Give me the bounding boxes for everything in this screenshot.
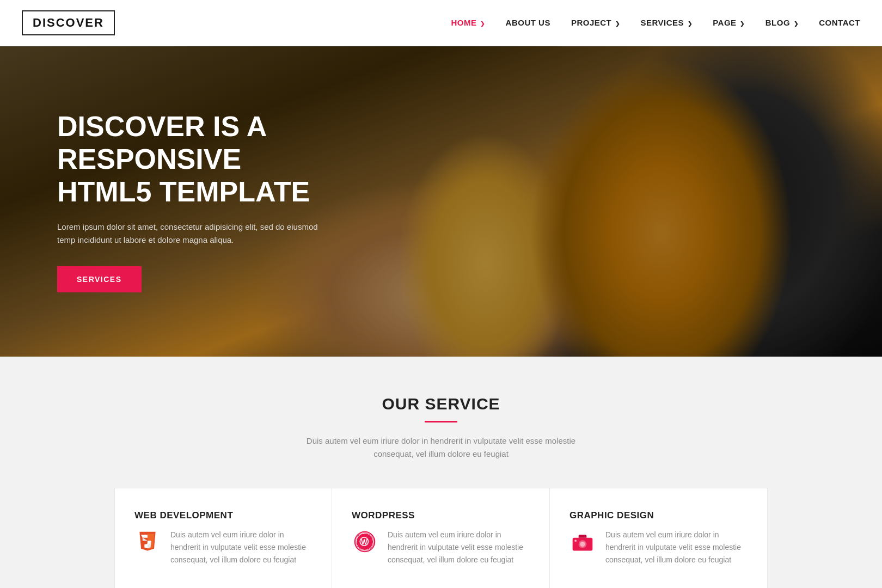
svg-text:Ⓦ: Ⓦ xyxy=(359,537,369,547)
camera-icon xyxy=(569,529,596,555)
nav-item-blog[interactable]: BLOG ❯ xyxy=(765,18,799,28)
nav-link-home[interactable]: HOME ❯ xyxy=(451,18,485,27)
navbar: DISCOVER HOME ❯ ABOUT US PROJECT ❯ SERVI… xyxy=(0,0,882,46)
services-subtitle: Duis autem vel eum iriure dolor in hendr… xyxy=(305,434,577,461)
wordpress-icon: W Ⓦ xyxy=(352,529,378,555)
nav-link-services[interactable]: SERVICES ❯ xyxy=(640,18,692,27)
service-icon-col-graphic xyxy=(569,529,596,559)
html5-icon xyxy=(134,529,161,555)
services-section: OUR SERVICE Duis autem vel eum iriure do… xyxy=(0,357,882,588)
nav-item-services[interactable]: SERVICES ❯ xyxy=(640,18,692,28)
arrow-icon: ❯ xyxy=(794,21,799,27)
hero-section: DISCOVER IS A RESPONSIVE HTML5 TEMPLATE … xyxy=(0,46,882,357)
arrow-icon: ❯ xyxy=(480,21,485,27)
services-underline xyxy=(425,421,457,422)
nav-item-contact[interactable]: CONTACT xyxy=(819,18,860,28)
service-icon-col-web xyxy=(134,529,161,559)
nav-menu: HOME ❯ ABOUT US PROJECT ❯ SERVICES ❯ PAG… xyxy=(451,18,860,28)
hero-title: DISCOVER IS A RESPONSIVE HTML5 TEMPLATE xyxy=(57,111,338,208)
svg-point-15 xyxy=(580,542,585,547)
arrow-icon: ❯ xyxy=(615,21,620,27)
services-title: OUR SERVICE xyxy=(22,395,860,413)
service-card-title-wp: WORDPRESS xyxy=(352,510,530,521)
service-card-desc-graphic: Duis autem vel eum iriure dolor in hendr… xyxy=(605,529,748,566)
arrow-icon: ❯ xyxy=(740,21,745,27)
service-card-body-web: Duis autem vel eum iriure dolor in hendr… xyxy=(134,529,312,566)
arrow-icon: ❯ xyxy=(688,21,693,27)
nav-item-page[interactable]: PAGE ❯ xyxy=(713,18,745,28)
service-card-web: WEB DEVELOPMENT xyxy=(114,488,332,588)
nav-link-about[interactable]: ABOUT US xyxy=(506,18,550,27)
service-card-title-graphic: GRAPHIC DESIGN xyxy=(569,510,748,521)
hero-services-button[interactable]: SERVICES xyxy=(57,266,142,292)
service-icon-col-wp: W Ⓦ xyxy=(352,529,378,559)
nav-link-project[interactable]: PROJECT ❯ xyxy=(571,18,620,27)
nav-item-project[interactable]: PROJECT ❯ xyxy=(571,18,620,28)
nav-link-blog[interactable]: BLOG ❯ xyxy=(765,18,799,27)
services-header: OUR SERVICE Duis autem vel eum iriure do… xyxy=(22,395,860,461)
nav-item-about[interactable]: ABOUT US xyxy=(506,18,550,28)
logo-text: DISCOVER xyxy=(33,16,104,29)
service-card-wp: WORDPRESS W xyxy=(332,488,550,588)
service-card-title-web: WEB DEVELOPMENT xyxy=(134,510,312,521)
nav-item-home[interactable]: HOME ❯ xyxy=(451,18,485,28)
services-grid: WEB DEVELOPMENT xyxy=(114,488,768,588)
svg-point-16 xyxy=(574,540,577,542)
nav-link-contact[interactable]: CONTACT xyxy=(819,18,860,27)
service-card-body-wp: W Ⓦ Duis autem vel eum iriure dolor in h… xyxy=(352,529,530,566)
logo[interactable]: DISCOVER xyxy=(22,10,115,35)
hero-description: Lorem ipsum dolor sit amet, consectetur … xyxy=(57,220,318,247)
nav-link-page[interactable]: PAGE ❯ xyxy=(713,18,745,27)
service-card-desc-wp: Duis autem vel eum iriure dolor in hendr… xyxy=(388,529,530,566)
service-card-body-graphic: Duis autem vel eum iriure dolor in hendr… xyxy=(569,529,748,566)
service-card-graphic: GRAPHIC DESIGN xyxy=(550,488,768,588)
service-card-desc-web: Duis autem vel eum iriure dolor in hendr… xyxy=(170,529,312,566)
hero-content: DISCOVER IS A RESPONSIVE HTML5 TEMPLATE … xyxy=(0,111,338,292)
